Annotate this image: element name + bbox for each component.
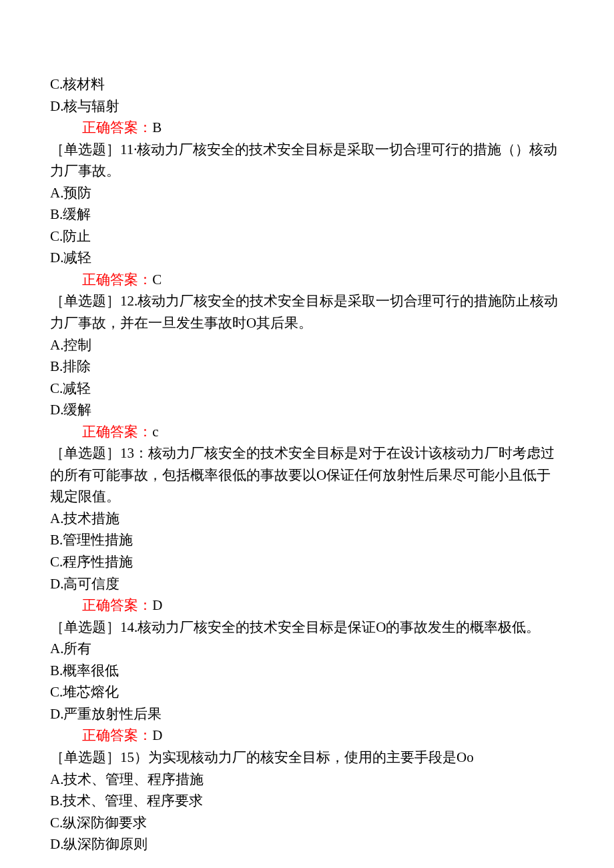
- answer-label: 正确答案：: [50, 272, 152, 288]
- q11-stem: ［单选题］11·核动力厂核安全的技术安全目标是采取一切合理可行的措施（）核动力厂…: [50, 139, 564, 182]
- q10-option-c: C.核材料: [50, 73, 564, 95]
- q14-option-c: C.堆芯熔化: [50, 681, 564, 703]
- q14-option-b: B.概率很低: [50, 660, 564, 682]
- q13-option-a: A.技术措施: [50, 508, 564, 530]
- q13-stem: ［单选题］13：核动力厂核安全的技术安全目标是对于在设计该核动力厂时考虑过的所有…: [50, 442, 564, 508]
- q12-stem: ［单选题］12.核动力厂核安全的技术安全目标是采取一切合理可行的措施防止核动力厂…: [50, 290, 564, 334]
- answer-label: 正确答案：: [50, 119, 152, 135]
- answer-label: 正确答案：: [50, 424, 152, 440]
- q11-option-b: B.缓解: [50, 203, 564, 226]
- q10-answer-line: 正确答案：B: [50, 117, 564, 139]
- q13-answer-line: 正确答案：D: [50, 594, 564, 616]
- answer-letter: D: [152, 597, 162, 613]
- q15-stem: ［单选题］15）为实现核动力厂的核安全目标，使用的主要手段是Oo: [50, 747, 564, 769]
- q14-option-d: D.严重放射性后果: [50, 703, 564, 725]
- answer-letter: D: [152, 727, 162, 743]
- q10-option-d: D.核与辐射: [50, 95, 564, 117]
- q13-option-c: C.程序性措施: [50, 551, 564, 573]
- q11-option-a: A.预防: [50, 182, 564, 204]
- q11-answer-line: 正确答案：C: [50, 269, 564, 291]
- answer-label: 正确答案：: [50, 727, 152, 743]
- q11-option-c: C.防止: [50, 226, 564, 248]
- document-page: C.核材料 D.核与辐射 正确答案：B ［单选题］11·核动力厂核安全的技术安全…: [0, 0, 614, 868]
- q15-option-b: B.技术、管理、程序要求: [50, 790, 564, 812]
- q14-answer-line: 正确答案：D: [50, 725, 564, 747]
- q14-stem: ［单选题］14.核动力厂核安全的技术安全目标是保证O的事故发生的概率极低。: [50, 616, 564, 638]
- q15-option-a: A.技术、管理、程序措施: [50, 769, 564, 791]
- q12-option-c: C.减轻: [50, 378, 564, 400]
- q13-option-d: D.高可信度: [50, 573, 564, 595]
- q12-answer-line: 正确答案：c: [50, 421, 564, 443]
- q12-option-a: A.控制: [50, 334, 564, 356]
- q14-option-a: A.所有: [50, 638, 564, 660]
- q11-option-d: D.减轻: [50, 247, 564, 269]
- q15-option-d: D.纵深防御原则: [50, 833, 564, 855]
- q15-option-c: C.纵深防御要求: [50, 812, 564, 834]
- q12-option-d: D.缓解: [50, 399, 564, 421]
- q12-option-b: B.排除: [50, 356, 564, 378]
- answer-letter: C: [152, 272, 162, 288]
- answer-label: 正确答案：: [50, 597, 152, 613]
- answer-letter: c: [152, 424, 158, 440]
- q13-option-b: B.管理性措施: [50, 529, 564, 551]
- answer-letter: B: [152, 119, 162, 135]
